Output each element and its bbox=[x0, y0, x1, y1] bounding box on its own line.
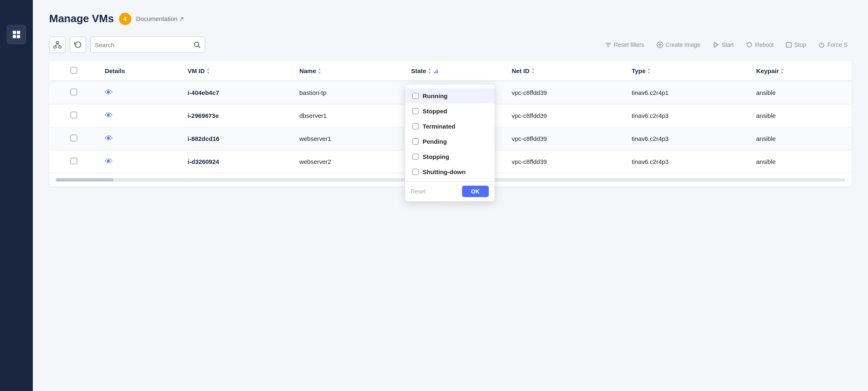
row1-eye-icon[interactable]: 👁 bbox=[105, 88, 113, 97]
col-net-id[interactable]: Net ID ▲▼ bbox=[505, 61, 625, 81]
topology-button[interactable] bbox=[49, 37, 66, 53]
col-state[interactable]: State ▲▼ ⊿ Running bbox=[405, 61, 505, 81]
row3-vm-id: i-882dcd16 bbox=[181, 127, 293, 150]
select-all-checkbox[interactable] bbox=[71, 67, 77, 74]
row4-eye-icon[interactable]: 👁 bbox=[105, 157, 113, 166]
filter-shutting-down-item[interactable]: Shutting-down bbox=[405, 164, 495, 179]
row2-checkbox[interactable] bbox=[71, 112, 77, 118]
keypair-sort-arrows: ▲▼ bbox=[781, 67, 784, 75]
plus-circle-icon bbox=[657, 41, 663, 48]
row4-type: tinav6.c2r4p3 bbox=[625, 150, 749, 173]
row2-details: 👁 bbox=[98, 104, 181, 127]
filter-reset-button[interactable]: Reset bbox=[411, 188, 426, 195]
net-id-sort-arrows: ▲▼ bbox=[531, 67, 535, 75]
vm-count-badge: 4 bbox=[119, 13, 131, 25]
search-box bbox=[90, 37, 205, 53]
filter-pending-checkbox[interactable] bbox=[412, 138, 419, 145]
row4-net-id: vpc-c8ffdd39 bbox=[505, 150, 625, 173]
create-image-button[interactable]: Create Image bbox=[653, 39, 705, 51]
force-button[interactable]: Force S bbox=[814, 39, 852, 51]
row3-details: 👁 bbox=[98, 127, 181, 150]
filter-terminated-item[interactable]: Terminated bbox=[405, 119, 495, 134]
svg-rect-1 bbox=[17, 31, 20, 34]
row3-eye-icon[interactable]: 👁 bbox=[105, 134, 113, 143]
vm-table: Details VM ID ▲▼ Name ▲▼ bbox=[49, 61, 852, 173]
page-title: Manage VMs bbox=[49, 12, 114, 25]
row1-details: 👁 bbox=[98, 81, 181, 104]
filter-stopped-item[interactable]: Stopped bbox=[405, 104, 495, 119]
svg-rect-2 bbox=[13, 35, 16, 38]
table-header-row: Details VM ID ▲▼ Name ▲▼ bbox=[49, 61, 852, 81]
external-link-icon: ↗ bbox=[179, 15, 184, 23]
vm-id-sort-arrows: ▲▼ bbox=[206, 67, 210, 75]
svg-rect-0 bbox=[13, 31, 16, 34]
vm-table-wrapper: Details VM ID ▲▼ Name ▲▼ bbox=[49, 61, 852, 186]
filter-stopping-checkbox[interactable] bbox=[412, 154, 419, 160]
documentation-link[interactable]: Documentation ↗ bbox=[136, 15, 185, 23]
row4-vm-id: i-d3260924 bbox=[181, 150, 293, 173]
row2-type: tinav6.c2r4p3 bbox=[625, 104, 749, 127]
filter-icon bbox=[605, 41, 611, 48]
filter-running-checkbox[interactable] bbox=[412, 93, 419, 99]
row4-keypair: ansible bbox=[750, 150, 852, 173]
svg-rect-15 bbox=[786, 42, 791, 47]
col-type[interactable]: Type ▲▼ bbox=[625, 61, 749, 81]
svg-rect-3 bbox=[17, 35, 20, 38]
row4-checkbox-cell bbox=[49, 150, 98, 173]
start-button[interactable]: Start bbox=[708, 39, 738, 51]
search-icon bbox=[193, 41, 201, 48]
row2-checkbox-cell bbox=[49, 104, 98, 127]
col-details: Details bbox=[98, 61, 181, 81]
grid-icon bbox=[11, 30, 21, 39]
toolbar: Reset filters Create Image Start Reboot bbox=[49, 37, 852, 53]
reset-filters-button[interactable]: Reset filters bbox=[601, 39, 648, 51]
row3-net-id: vpc-c8ffdd39 bbox=[505, 127, 625, 150]
row2-net-id: vpc-c8ffdd39 bbox=[505, 104, 625, 127]
search-input[interactable] bbox=[95, 41, 193, 48]
row3-checkbox[interactable] bbox=[71, 135, 77, 141]
row1-vm-id: i-404eb4c7 bbox=[181, 81, 293, 104]
name-sort-arrows: ▲▼ bbox=[318, 67, 321, 75]
col-vm-id[interactable]: VM ID ▲▼ bbox=[181, 61, 293, 81]
sidebar-item-dashboard[interactable] bbox=[7, 25, 26, 44]
row4-checkbox[interactable] bbox=[71, 158, 77, 164]
main-content: Manage VMs 4 Documentation ↗ bbox=[33, 0, 868, 391]
svg-line-10 bbox=[199, 46, 200, 48]
topology-icon bbox=[53, 41, 62, 49]
filter-pending-item[interactable]: Pending bbox=[405, 134, 495, 149]
row4-name: webserver2 bbox=[293, 150, 404, 173]
row2-eye-icon[interactable]: 👁 bbox=[105, 111, 113, 120]
row2-vm-id: i-2969673e bbox=[181, 104, 293, 127]
row3-name: webserver1 bbox=[293, 127, 404, 150]
state-sort-arrows: ▲▼ bbox=[428, 67, 431, 75]
col-keypair[interactable]: Keypair ▲▼ bbox=[750, 61, 852, 81]
row1-checkbox[interactable] bbox=[71, 89, 77, 95]
row1-net-id: vpc-c8ffdd39 bbox=[505, 81, 625, 104]
svg-point-9 bbox=[195, 42, 199, 47]
reboot-button[interactable]: Reboot bbox=[742, 39, 778, 51]
filter-stopping-item[interactable]: Stopping bbox=[405, 149, 495, 164]
filter-ok-button[interactable]: OK bbox=[462, 186, 489, 197]
row1-type: tinav6.c2r4p1 bbox=[625, 81, 749, 104]
scrollbar-thumb[interactable] bbox=[56, 178, 113, 182]
sidebar bbox=[0, 0, 33, 391]
refresh-button[interactable] bbox=[70, 37, 86, 53]
row3-checkbox-cell bbox=[49, 127, 98, 150]
svg-rect-5 bbox=[54, 46, 56, 48]
filter-running-item[interactable]: Running bbox=[405, 88, 495, 104]
search-button[interactable] bbox=[193, 41, 201, 48]
stop-button[interactable]: Stop bbox=[782, 39, 810, 51]
filter-stopped-checkbox[interactable] bbox=[412, 108, 419, 114]
row1-keypair: ansible bbox=[750, 81, 852, 104]
filter-terminated-checkbox[interactable] bbox=[412, 123, 419, 129]
row4-details: 👁 bbox=[98, 150, 181, 173]
row2-keypair: ansible bbox=[750, 104, 852, 127]
state-filter-icon[interactable]: ⊿ bbox=[433, 68, 438, 74]
state-filter-dropdown: Running Stopped Terminated bbox=[405, 84, 495, 202]
svg-line-7 bbox=[55, 44, 57, 46]
filter-shutting-down-checkbox[interactable] bbox=[412, 169, 419, 175]
refresh-icon bbox=[74, 41, 82, 49]
svg-rect-4 bbox=[56, 41, 59, 44]
col-name[interactable]: Name ▲▼ bbox=[293, 61, 404, 81]
reboot-icon bbox=[746, 41, 753, 48]
